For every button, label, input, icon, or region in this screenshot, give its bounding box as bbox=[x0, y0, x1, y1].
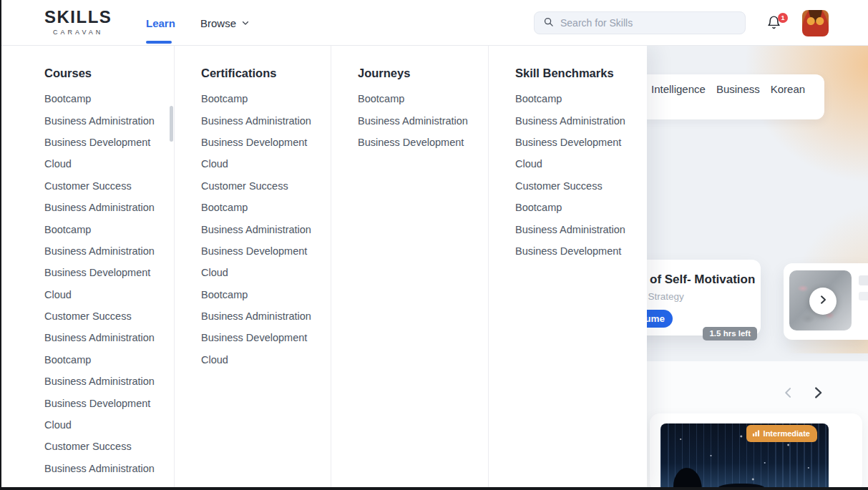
menu-item[interactable]: Bootcamp bbox=[515, 88, 647, 109]
search-icon bbox=[543, 16, 554, 30]
menu-item[interactable]: Business Development bbox=[201, 327, 331, 348]
logo-subtitle: CARAVAN bbox=[44, 29, 112, 36]
menu-item[interactable]: Cloud bbox=[201, 153, 331, 175]
menu-item[interactable]: Business Development bbox=[44, 262, 174, 283]
menu-item[interactable]: Bootcamp bbox=[201, 88, 331, 109]
tag-korean[interactable]: Korean bbox=[771, 83, 805, 95]
user-avatar[interactable] bbox=[802, 10, 829, 36]
skill-tags-card: Intelligence Business Korean bbox=[623, 74, 824, 119]
chevron-right-icon bbox=[817, 294, 829, 308]
carousel-next-button[interactable] bbox=[810, 385, 826, 401]
menu-item[interactable]: Bootcamp bbox=[44, 218, 174, 240]
course-subtitle: s Strategy bbox=[640, 291, 684, 302]
menu-item[interactable]: Business Administration bbox=[515, 109, 647, 131]
menu-item[interactable]: Business Administration bbox=[44, 109, 174, 131]
menu-item[interactable]: Business Administration bbox=[44, 371, 174, 392]
search-input[interactable] bbox=[560, 17, 736, 29]
menu-item[interactable]: Cloud bbox=[44, 414, 174, 436]
chevron-right-icon bbox=[810, 391, 826, 403]
notifications-button[interactable]: 1 bbox=[766, 14, 785, 33]
menu-item[interactable]: Business Administration bbox=[201, 109, 331, 131]
courses-list: Bootcamp Business Administration Busines… bbox=[44, 88, 174, 479]
menu-item[interactable]: Business Development bbox=[201, 132, 331, 153]
clipped-card-fragment bbox=[859, 292, 868, 300]
menu-column-courses: Courses Bootcamp Business Administration… bbox=[0, 46, 175, 490]
skill-tag-row: Intelligence Business Korean bbox=[651, 83, 805, 95]
menu-item[interactable]: Business Administration bbox=[44, 327, 174, 348]
clipped-card-fragment bbox=[859, 275, 868, 285]
recommended-course-card[interactable]: Intermediate bbox=[650, 413, 862, 490]
tag-intelligence[interactable]: Intelligence bbox=[651, 83, 706, 95]
menu-item[interactable]: Business Administration bbox=[44, 458, 174, 479]
menu-item[interactable]: Bootcamp bbox=[201, 284, 331, 305]
menu-header-courses[interactable]: Courses bbox=[44, 66, 174, 80]
menu-item[interactable]: Business Development bbox=[44, 392, 174, 413]
tag-business[interactable]: Business bbox=[716, 83, 760, 95]
nav-tab-learn[interactable]: Learn bbox=[146, 17, 175, 29]
menu-item[interactable]: Cloud bbox=[201, 349, 331, 371]
menu-item[interactable]: Business Administration bbox=[515, 218, 647, 240]
course-cover-image: Intermediate bbox=[660, 423, 829, 490]
menu-header-journeys[interactable]: Journeys bbox=[358, 66, 488, 80]
skills-caravan-logo[interactable]: SKILLS CARAVAN bbox=[44, 9, 112, 36]
menu-item[interactable]: Business Development bbox=[515, 132, 647, 153]
active-tab-indicator bbox=[146, 41, 172, 44]
menu-column-skill-benchmarks: Skill Benchmarks Bootcamp Business Admin… bbox=[489, 46, 647, 490]
menu-header-certifications[interactable]: Certifications bbox=[201, 66, 331, 80]
certifications-list: Bootcamp Business Administration Busines… bbox=[201, 88, 331, 371]
course-title: of Self- Motivation bbox=[650, 273, 755, 287]
menu-item[interactable]: Business Administration bbox=[358, 109, 488, 131]
nav-tab-browse[interactable]: Browse bbox=[200, 17, 250, 29]
menu-item[interactable]: Bootcamp bbox=[358, 88, 488, 109]
menu-item[interactable]: Business Development bbox=[44, 132, 174, 153]
menu-item[interactable]: Customer Success bbox=[201, 175, 331, 197]
search-bar[interactable] bbox=[534, 11, 746, 34]
time-left-badge: 1.5 hrs left bbox=[703, 327, 757, 340]
bar-chart-icon bbox=[752, 429, 760, 438]
menu-item[interactable]: Business Development bbox=[358, 132, 488, 153]
menu-item[interactable]: Business Administration bbox=[44, 197, 174, 218]
level-badge: Intermediate bbox=[746, 425, 817, 442]
chevron-left-icon bbox=[781, 390, 796, 402]
menu-item[interactable]: Business Administration bbox=[201, 218, 331, 240]
top-navigation-bar: SKILLS CARAVAN Learn Browse 1 bbox=[0, 0, 868, 46]
menu-item[interactable]: Cloud bbox=[44, 284, 174, 305]
courses-scrollbar[interactable] bbox=[170, 106, 173, 142]
menu-item[interactable]: Business Administration bbox=[201, 305, 331, 327]
chevron-down-icon bbox=[241, 17, 250, 29]
menu-item[interactable]: Bootcamp bbox=[201, 197, 331, 218]
carousel-prev-button[interactable] bbox=[781, 386, 796, 400]
menu-item[interactable]: Bootcamp bbox=[515, 197, 647, 218]
level-badge-label: Intermediate bbox=[764, 429, 810, 438]
menu-item[interactable]: Business Administration bbox=[44, 240, 174, 262]
browse-label: Browse bbox=[200, 17, 236, 29]
menu-item[interactable]: Customer Success bbox=[44, 305, 174, 327]
menu-item[interactable]: Customer Success bbox=[44, 436, 174, 457]
window-bottom-edge bbox=[0, 487, 868, 490]
skill-benchmarks-list: Bootcamp Business Administration Busines… bbox=[515, 88, 647, 262]
menu-item[interactable]: Bootcamp bbox=[44, 349, 174, 371]
menu-item[interactable]: Cloud bbox=[201, 262, 331, 283]
menu-column-certifications: Certifications Bootcamp Business Adminis… bbox=[175, 46, 331, 490]
menu-item[interactable]: Business Development bbox=[515, 240, 647, 262]
menu-item[interactable]: Customer Success bbox=[44, 175, 174, 197]
menu-item[interactable]: Cloud bbox=[44, 153, 174, 175]
app-window: Intelligence Business Korean of Self- Mo… bbox=[0, 0, 868, 490]
menu-header-skill-benchmarks[interactable]: Skill Benchmarks bbox=[515, 66, 647, 80]
card-next-button[interactable] bbox=[809, 288, 837, 315]
menu-item[interactable]: Cloud bbox=[515, 153, 647, 175]
next-course-card[interactable] bbox=[784, 263, 868, 340]
menu-item[interactable]: Business Development bbox=[201, 240, 331, 262]
learn-mega-menu: Courses Bootcamp Business Administration… bbox=[0, 46, 647, 490]
menu-item[interactable]: Bootcamp bbox=[44, 88, 174, 109]
logo-title: SKILLS bbox=[44, 9, 112, 26]
notification-count-badge: 1 bbox=[778, 13, 788, 23]
window-left-edge bbox=[0, 0, 1, 490]
journeys-list: Bootcamp Business Administration Busines… bbox=[358, 88, 488, 153]
menu-column-journeys: Journeys Bootcamp Business Administratio… bbox=[331, 46, 489, 490]
menu-item[interactable]: Customer Success bbox=[515, 175, 647, 197]
